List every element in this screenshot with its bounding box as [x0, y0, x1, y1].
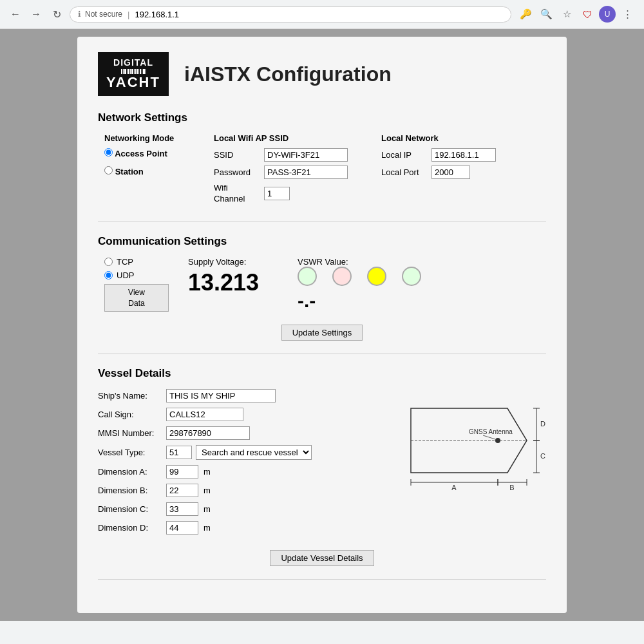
dim-a-input[interactable] [166, 465, 198, 478]
udp-radio[interactable] [104, 271, 113, 279]
wifi-channel-input[interactable] [264, 187, 290, 200]
logo-yacht: YACHT [104, 74, 162, 91]
ssid-group: SSID [214, 148, 355, 162]
comm-settings-title: Communication Settings [98, 235, 546, 248]
forward-button[interactable]: → [28, 6, 44, 22]
wifi-channel-label: WifiChannel [214, 183, 259, 205]
station-radio-item[interactable]: Station [104, 166, 188, 176]
dim-b-diagram-label: B [509, 484, 514, 491]
ship-name-input[interactable] [166, 389, 276, 402]
wifi-channel-group: WifiChannel [214, 183, 355, 205]
dim-c-diagram-label: C [540, 452, 545, 460]
dim-d-label: Dimension D: [98, 523, 162, 533]
udp-radio-item[interactable]: UDP [104, 270, 169, 280]
local-port-input[interactable] [431, 166, 470, 179]
gnss-antenna-dot [495, 438, 500, 443]
network-settings-grid: Networking Mode Access Point Station [104, 133, 546, 209]
vessel-type-row: Vessel Type: Search and rescue vessels ▼ [98, 445, 366, 460]
page-card: DIGITAL YACHT iAISTX Configuration Netwo… [77, 37, 567, 613]
vswr-circle-2 [332, 267, 352, 286]
dim-c-label: Dimension C: [98, 504, 162, 514]
mmsi-input[interactable] [166, 426, 250, 440]
update-vessel-button[interactable]: Update Vessel Details [270, 550, 374, 566]
logo-barcode [104, 69, 162, 74]
comm-settings-grid: TCP UDP ViewData Supply Voltage: 13.213 … [104, 257, 546, 312]
bookmark-icon-button[interactable]: ☆ [558, 5, 576, 23]
access-point-radio-item[interactable]: Access Point [104, 148, 188, 158]
browser-body: DIGITAL YACHT iAISTX Configuration Netwo… [0, 29, 644, 621]
update-settings-button[interactable]: Update Settings [281, 325, 363, 341]
wifi-ssid-section: Local Wifi AP SSID SSID Password WifiCha… [214, 133, 355, 209]
gnss-antenna-label: GNSS Antenna [469, 428, 513, 435]
vswr-section: VSWR Value: -.- [298, 257, 426, 312]
password-group: Password [214, 166, 355, 179]
dim-b-row: Dimension B: m [98, 484, 366, 497]
back-button[interactable]: ← [8, 6, 23, 22]
dim-d-diagram-label: D [540, 420, 545, 428]
divider-3 [98, 579, 546, 580]
vessel-type-label: Vessel Type: [98, 448, 162, 457]
vswr-label: VSWR Value: [298, 257, 426, 267]
vessel-type-code-input[interactable] [166, 446, 192, 459]
lock-icon: ℹ [78, 10, 81, 19]
vswr-circle-3 [367, 267, 386, 286]
view-data-button[interactable]: ViewData [104, 284, 169, 312]
vessel-details-title: Vessel Details [98, 367, 546, 380]
voltage-section: Supply Voltage: 13.213 [188, 257, 278, 296]
station-radio[interactable] [104, 166, 113, 175]
local-network-section: Local Network Local IP Local Port [381, 133, 497, 183]
dim-a-label: Dimension A: [98, 467, 162, 477]
local-ip-input[interactable] [431, 148, 496, 162]
divider-2 [98, 354, 546, 354]
udp-label: UDP [117, 270, 134, 280]
url-separator: | [128, 10, 129, 19]
address-bar[interactable]: ℹ Not secure | 192.168.1.1 [70, 6, 511, 23]
logo-box: DIGITAL YACHT [98, 52, 169, 96]
menu-button[interactable]: ⋮ [618, 5, 636, 23]
shield-icon-button[interactable]: 🛡 [578, 5, 596, 23]
call-sign-row: Call Sign: [98, 408, 366, 421]
vswr-circles [298, 267, 426, 286]
dim-a-diagram-label: A [451, 484, 457, 491]
not-secure-label: Not secure [85, 10, 122, 19]
voltage-value: 13.213 [188, 269, 278, 296]
key-icon-button[interactable]: 🔑 [516, 5, 535, 23]
dim-c-row: Dimension C: m [98, 502, 366, 516]
local-port-group: Local Port [381, 166, 497, 179]
access-point-label: Access Point [115, 149, 167, 158]
access-point-radio[interactable] [104, 148, 113, 156]
vessel-type-select[interactable]: Search and rescue vessels ▼ [196, 445, 312, 460]
local-port-label: Local Port [381, 167, 426, 177]
call-sign-input[interactable] [166, 408, 243, 421]
dim-c-unit: m [204, 504, 211, 514]
dim-c-input[interactable] [166, 502, 198, 516]
networking-mode-label: Networking Mode [104, 133, 188, 143]
ssid-label: SSID [214, 150, 259, 160]
page-title: iAISTX Configuration [184, 62, 392, 86]
dim-a-row: Dimension A: m [98, 465, 366, 478]
dim-d-row: Dimension D: m [98, 521, 366, 535]
vessel-form: Ship's Name: Call Sign: MMSI Number: Ves… [98, 389, 366, 540]
call-sign-label: Call Sign: [98, 410, 162, 419]
comm-left: TCP UDP ViewData [104, 257, 169, 312]
mmsi-label: MMSI Number: [98, 428, 162, 438]
avatar[interactable]: U [599, 6, 616, 23]
ship-name-label: Ship's Name: [98, 391, 162, 401]
local-network-title: Local Network [381, 133, 497, 143]
local-ip-label: Local IP [381, 150, 426, 160]
networking-mode-section: Networking Mode Access Point Station [104, 133, 188, 182]
network-settings-title: Network Settings [98, 111, 546, 124]
reload-button[interactable]: ↻ [49, 6, 64, 22]
tcp-radio[interactable] [104, 258, 113, 266]
password-input[interactable] [264, 166, 348, 179]
divider-1 [98, 222, 546, 222]
ship-svg: A B C [379, 389, 546, 492]
search-icon-button[interactable]: 🔍 [537, 5, 555, 23]
dim-d-input[interactable] [166, 521, 198, 535]
url-text: 192.168.1.1 [135, 10, 179, 19]
tcp-radio-item[interactable]: TCP [104, 257, 169, 267]
ssid-input[interactable] [264, 148, 348, 162]
vessel-details-grid: Ship's Name: Call Sign: MMSI Number: Ves… [98, 389, 546, 540]
page-header: DIGITAL YACHT iAISTX Configuration [98, 52, 546, 96]
dim-b-input[interactable] [166, 484, 198, 497]
